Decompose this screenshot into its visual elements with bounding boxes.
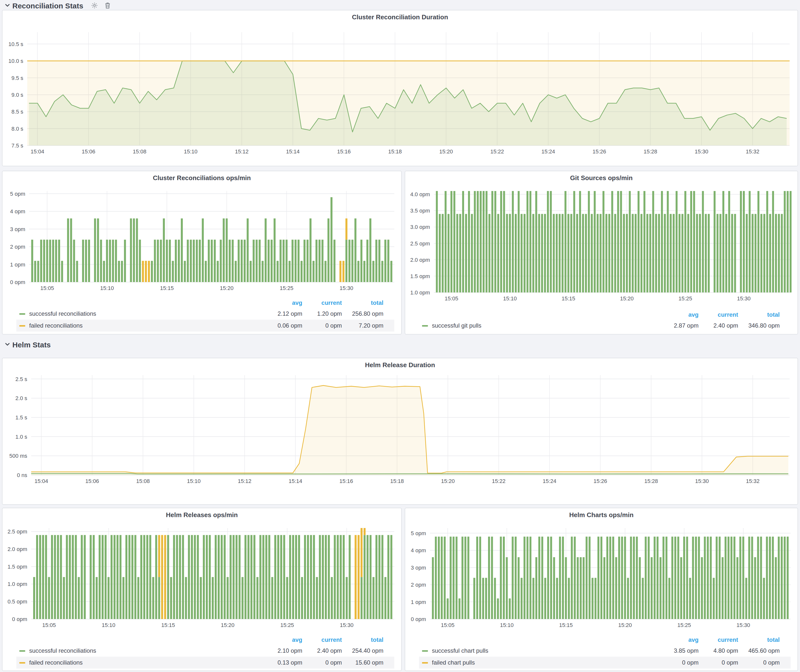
svg-text:500 ms: 500 ms — [10, 453, 27, 459]
svg-text:15:04: 15:04 — [31, 149, 44, 155]
svg-text:15:24: 15:24 — [541, 149, 555, 155]
x-axis-labels: 15:0515:1015:1515:2015:2515:30 — [42, 622, 354, 628]
svg-text:2.5 opm: 2.5 opm — [410, 240, 430, 247]
svg-text:15:20: 15:20 — [618, 622, 632, 628]
helm-release-duration-chart[interactable]: 15:0415:0615:0815:1015:1215:1415:1615:18… — [2, 358, 798, 504]
svg-text:15:25: 15:25 — [280, 285, 293, 291]
series-color-dash-icon — [422, 325, 428, 326]
y-axis-labels: 0 opm0.5 opm1.0 opm1.5 opm2.0 opm2.5 opm — [8, 528, 27, 622]
svg-text:1 opm: 1 opm — [10, 262, 25, 268]
svg-text:15:10: 15:10 — [184, 149, 197, 155]
section-header-helm-stats[interactable]: Helm Stats — [5, 340, 51, 349]
chevron-down-icon[interactable] — [5, 3, 10, 7]
legend-series-label[interactable]: failed reconciliations — [29, 320, 83, 331]
legend: avgcurrenttotalsuccessful reconciliation… — [16, 635, 394, 669]
legend: avgcurrenttotalsuccessful reconciliation… — [16, 298, 394, 331]
svg-text:1.5 s: 1.5 s — [15, 414, 27, 421]
svg-text:10.5 s: 10.5 s — [8, 41, 23, 47]
svg-text:15:10: 15:10 — [102, 622, 115, 628]
legend-col-current[interactable]: current — [693, 635, 738, 645]
x-axis-labels: 15:0515:1015:1515:2015:2515:30 — [445, 295, 750, 302]
legend-value-total: 0 opm — [734, 657, 780, 669]
section-title: Reconciliation Stats — [12, 1, 83, 10]
svg-text:15:08: 15:08 — [133, 149, 146, 155]
y-axis-labels: 7.5 s8.0 s8.5 s9.0 s9.5 s10.0 s10.5 s — [8, 41, 23, 149]
legend-col-avg[interactable]: avg — [653, 310, 699, 320]
legend-col-avg[interactable]: avg — [257, 635, 302, 645]
panel-title[interactable]: Helm Release Duration — [2, 361, 798, 369]
legend-col-total[interactable]: total — [338, 635, 383, 645]
svg-text:15:20: 15:20 — [439, 149, 453, 155]
legend-value-avg: 0 opm — [653, 657, 699, 669]
y-axis-labels: 0 opm1 opm2 opm3 opm4 opm5 opm — [411, 530, 426, 622]
svg-text:15:20: 15:20 — [221, 622, 235, 628]
svg-text:15:16: 15:16 — [337, 149, 351, 155]
svg-text:15:08: 15:08 — [136, 478, 150, 484]
svg-text:2 opm: 2 opm — [10, 244, 25, 250]
svg-text:15:14: 15:14 — [289, 478, 302, 484]
svg-text:5 opm: 5 opm — [411, 530, 426, 536]
legend-series-label[interactable]: successful chart pulls — [432, 645, 488, 657]
legend-col-total[interactable]: total — [734, 635, 780, 645]
legend-row: successful git pulls2.87 opm2.40 opm346.… — [419, 320, 790, 331]
svg-text:15:30: 15:30 — [695, 478, 709, 484]
cluster-reconciliation-duration-chart[interactable]: 15:0415:0615:0815:1015:1215:1415:1615:18… — [2, 10, 798, 166]
legend-series-label[interactable]: successful git pulls — [432, 320, 482, 331]
legend-col-total[interactable]: total — [338, 298, 383, 308]
legend-col-total[interactable]: total — [734, 310, 780, 320]
legend-col-avg[interactable]: avg — [653, 635, 699, 645]
legend-value-current: 0 opm — [693, 657, 738, 669]
x-axis-labels: 15:0515:1015:1515:2015:2515:30 — [441, 622, 750, 628]
section-header-reconciliation-stats[interactable]: Reconciliation Stats — [5, 1, 111, 10]
svg-text:7.5 s: 7.5 s — [11, 142, 23, 149]
svg-text:3 opm: 3 opm — [411, 565, 426, 571]
panel-title[interactable]: Cluster Reconciliation Duration — [2, 13, 798, 21]
legend-value-total: 15.60 opm — [338, 657, 383, 669]
svg-text:15:15: 15:15 — [160, 285, 174, 291]
chevron-down-icon[interactable] — [5, 342, 10, 346]
legend-header-row: avgcurrenttotal — [419, 635, 790, 645]
svg-text:1.0 s: 1.0 s — [15, 434, 27, 440]
legend-value-total: 465.60 opm — [734, 645, 780, 657]
svg-text:2.5 opm: 2.5 opm — [8, 528, 27, 535]
svg-text:15:18: 15:18 — [390, 478, 404, 484]
legend-value-avg: 3.85 opm — [653, 645, 699, 657]
legend-series-label[interactable]: failed reconciliations — [29, 657, 83, 669]
series-color-dash-icon — [422, 662, 428, 664]
svg-text:0 ns: 0 ns — [17, 472, 27, 478]
legend-value-total: 346.80 opm — [734, 320, 780, 331]
legend-value-avg: 0.13 opm — [257, 657, 302, 669]
panel-title[interactable]: Helm Releases ops/min — [2, 511, 401, 518]
legend-col-current[interactable]: current — [296, 635, 342, 645]
legend-col-current[interactable]: current — [693, 310, 738, 320]
x-axis-labels: 15:0515:1015:1515:2015:2515:30 — [40, 285, 353, 291]
svg-text:15:05: 15:05 — [40, 285, 54, 291]
panel-title[interactable]: Cluster Reconciliations ops/min — [2, 174, 401, 182]
legend-series-label[interactable]: successful reconciliations — [29, 645, 96, 657]
svg-text:15:30: 15:30 — [340, 622, 354, 628]
legend-header-row: avgcurrenttotal — [419, 310, 790, 320]
svg-text:15:16: 15:16 — [339, 478, 353, 484]
svg-text:3.0 opm: 3.0 opm — [410, 224, 430, 230]
legend-value-current: 4.80 opm — [693, 645, 738, 657]
legend-col-avg[interactable]: avg — [257, 298, 302, 308]
legend-series-label[interactable]: failed chart pulls — [432, 657, 475, 669]
panel-title[interactable]: Helm Charts ops/min — [405, 511, 798, 518]
trash-icon[interactable] — [105, 2, 111, 9]
svg-text:15:15: 15:15 — [559, 622, 573, 628]
legend-value-total: 7.20 opm — [338, 320, 383, 331]
svg-text:1 opm: 1 opm — [411, 599, 426, 605]
svg-text:15:26: 15:26 — [592, 149, 606, 155]
svg-text:0 opm: 0 opm — [12, 616, 27, 622]
settings-gear-icon[interactable] — [91, 2, 98, 9]
legend-value-current: 1.20 opm — [296, 308, 342, 320]
panel-title[interactable]: Git Sources ops/min — [405, 174, 798, 182]
legend-series-label[interactable]: successful reconciliations — [29, 308, 96, 320]
svg-text:2.0 s: 2.0 s — [15, 395, 27, 401]
svg-text:15:20: 15:20 — [620, 295, 634, 302]
svg-text:15:05: 15:05 — [42, 622, 56, 628]
legend-row: successful reconciliations2.10 opm2.40 o… — [16, 645, 394, 657]
legend-value-avg: 0.06 opm — [257, 320, 302, 331]
legend-col-current[interactable]: current — [296, 298, 342, 308]
panel-git-sources-opm: Git Sources ops/min 15:0515:1015:1515:20… — [405, 171, 798, 334]
